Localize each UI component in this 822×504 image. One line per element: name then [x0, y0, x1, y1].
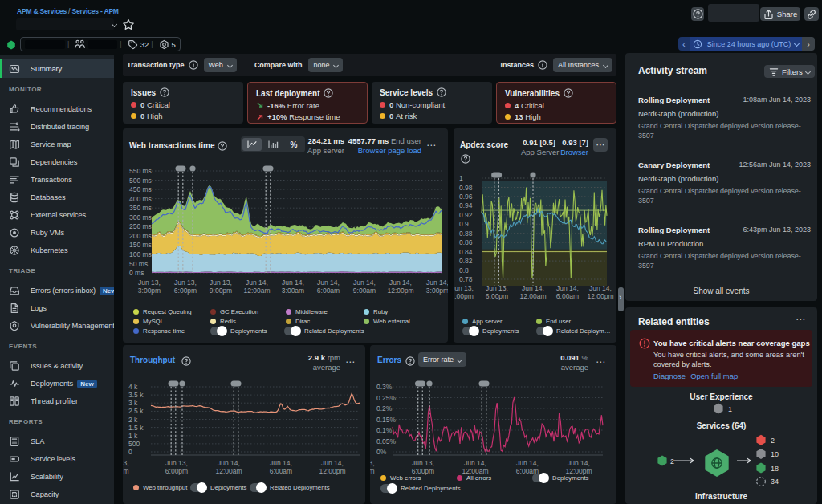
svg-text:0 ms: 0 ms [129, 269, 144, 277]
svg-text:Jun 14,: Jun 14, [389, 278, 412, 287]
svg-text:m: m [370, 467, 375, 475]
svg-text:3,: 3, [123, 459, 128, 467]
svg-text:0.05%: 0.05% [376, 437, 397, 445]
svg-text:6:00pm: 6:00pm [486, 292, 508, 300]
svg-text:300 ms: 300 ms [129, 213, 152, 222]
svg-text:Jun 14,: Jun 14, [270, 459, 292, 467]
svg-text:350 ms: 350 ms [129, 204, 152, 212]
svg-text:2.5 k: 2.5 k [128, 407, 144, 415]
svg-text:0.78: 0.78 [459, 275, 473, 283]
svg-text:3 k: 3 k [128, 399, 138, 407]
svg-text:Jun 14,: Jun 14, [464, 459, 486, 467]
svg-text:12:00am: 12:00am [243, 287, 270, 295]
svg-text:Jun 14,: Jun 14, [353, 278, 376, 287]
svg-text:6:00pm: 6:00pm [165, 467, 188, 475]
svg-text:0.88: 0.88 [459, 230, 473, 238]
svg-text:450 ms: 450 ms [129, 185, 152, 193]
svg-text:Jun 13,: Jun 13, [412, 459, 434, 467]
svg-text:12:00pm: 12:00pm [319, 467, 345, 475]
svg-text:0.25%: 0.25% [376, 394, 397, 402]
svg-text:1.5 k: 1.5 k [128, 424, 144, 432]
svg-text:1: 1 [459, 174, 463, 182]
svg-text:0.9: 0.9 [459, 220, 469, 228]
svg-text:0.86: 0.86 [459, 238, 473, 246]
svg-text:3.5 k: 3.5 k [128, 391, 144, 399]
svg-text:6:00am: 6:00am [556, 292, 579, 300]
svg-text:Jun 14,: Jun 14, [589, 284, 612, 292]
svg-text:12:00pm: 12:00pm [587, 292, 613, 300]
svg-text:Jun 13,: Jun 13, [210, 278, 232, 287]
svg-text:0.98: 0.98 [459, 184, 473, 192]
svg-text:4 k: 4 k [128, 383, 138, 391]
svg-text:0%: 0% [376, 448, 387, 456]
svg-text:0.15%: 0.15% [376, 416, 397, 424]
svg-text:12:00am: 12:00am [519, 292, 546, 300]
svg-text:12:00pm: 12:00pm [387, 287, 413, 295]
svg-text:100 ms: 100 ms [129, 250, 152, 258]
svg-text:Jun 13,: Jun 13, [486, 284, 508, 292]
svg-text:9:00am: 9:00am [353, 287, 376, 295]
svg-text:Jun 13,: Jun 13, [174, 278, 197, 287]
svg-text:1 k: 1 k [128, 432, 138, 440]
svg-text:3:00pm: 3:00pm [138, 287, 161, 295]
svg-text::00pm: :00pm [454, 292, 474, 300]
svg-text:Jun 14,: Jun 14, [317, 278, 340, 287]
svg-text:0.2%: 0.2% [376, 404, 393, 413]
svg-text:0: 0 [128, 448, 132, 456]
svg-text:0.92: 0.92 [459, 211, 473, 219]
svg-text:un 13,: un 13, [454, 284, 474, 292]
svg-text:Jun 14,: Jun 14, [321, 459, 344, 467]
svg-text:0.96: 0.96 [459, 193, 473, 201]
svg-text:Jun 14,: Jun 14, [282, 278, 304, 287]
svg-text:18: 18 [771, 465, 779, 473]
svg-text:0.94: 0.94 [459, 201, 473, 209]
svg-text:Jun 14,: Jun 14, [556, 284, 579, 292]
svg-text:0.3%: 0.3% [376, 383, 393, 391]
svg-text:500: 500 [128, 440, 140, 448]
svg-text:m: m [123, 467, 128, 475]
svg-text:0.82: 0.82 [459, 257, 473, 265]
svg-text:3,: 3, [370, 459, 375, 467]
svg-text:250 ms: 250 ms [129, 222, 152, 230]
svg-text:Jun 13,: Jun 13, [138, 278, 161, 287]
svg-text:Jun 14,: Jun 14, [568, 459, 590, 467]
svg-text:Jun 13,: Jun 13, [165, 459, 188, 467]
svg-text:0.84: 0.84 [459, 248, 473, 256]
svg-text:34: 34 [771, 478, 779, 486]
svg-text:Jun 14,: Jun 14, [516, 459, 539, 467]
svg-text:3:00am: 3:00am [282, 287, 304, 295]
svg-text:2: 2 [670, 457, 674, 465]
svg-text:6:00am: 6:00am [270, 467, 292, 475]
svg-text:0.8: 0.8 [459, 266, 469, 274]
svg-text:6:00am: 6:00am [317, 287, 340, 295]
svg-text:200 ms: 200 ms [129, 232, 152, 240]
svg-text:12:00am: 12:00am [215, 467, 242, 475]
svg-text:150 ms: 150 ms [129, 241, 152, 249]
svg-text:1: 1 [728, 405, 732, 413]
svg-text:3:00pm: 3:00pm [426, 287, 448, 295]
svg-text:2 k: 2 k [128, 416, 138, 424]
svg-text:500 ms: 500 ms [129, 177, 152, 185]
svg-text:0.1%: 0.1% [376, 426, 393, 434]
svg-text:Jun 14,: Jun 14, [426, 278, 448, 287]
svg-text:Jun 14,: Jun 14, [218, 459, 240, 467]
svg-text:550 ms: 550 ms [129, 167, 152, 175]
svg-text:2: 2 [771, 437, 775, 445]
svg-text:10: 10 [771, 450, 779, 458]
svg-text:400 ms: 400 ms [129, 195, 152, 203]
svg-text:50 ms: 50 ms [129, 260, 148, 268]
svg-text:Jun 14,: Jun 14, [246, 278, 268, 287]
svg-text:6:00pm: 6:00pm [174, 287, 197, 295]
svg-text:9:00pm: 9:00pm [210, 287, 232, 295]
